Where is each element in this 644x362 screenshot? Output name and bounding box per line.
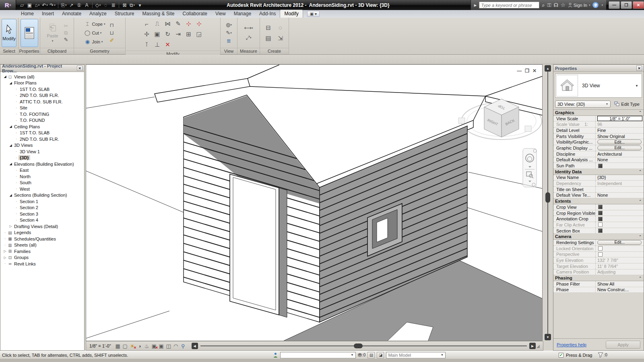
collapse-icon[interactable]: ⌃: [639, 276, 644, 280]
panel-label-properties[interactable]: Properties: [19, 48, 40, 54]
property-row-visibility-graphic[interactable]: Visibility/Graphic...Edit...: [553, 139, 644, 145]
property-row-view-name[interactable]: View Name{3D}: [553, 175, 644, 181]
tree-leaf-dash[interactable]: ·: [14, 119, 19, 122]
create-similar-icon[interactable]: ◌: [277, 25, 284, 31]
expand-icon[interactable]: ◢: [3, 75, 7, 78]
property-row-perspective[interactable]: Perspective: [553, 252, 644, 258]
property-row-far-clip-active[interactable]: Far Clip Active: [553, 222, 644, 228]
horizontal-scroll-thumb[interactable]: [354, 343, 363, 348]
tab-modify[interactable]: Modify: [280, 10, 303, 18]
tree-leaf-dash[interactable]: ·: [14, 137, 19, 141]
pin-icon[interactable]: ⊺: [143, 41, 150, 48]
shadows-icon[interactable]: ◑: [136, 342, 143, 350]
tree-item-section-1[interactable]: ·Section 1: [0, 198, 84, 205]
close-icon[interactable]: ✕: [77, 66, 83, 71]
property-value[interactable]: Fine: [595, 128, 644, 133]
tree-leaf-dash[interactable]: ·: [3, 262, 7, 265]
view-scale-control[interactable]: 1/8" = 1'-0": [88, 343, 114, 348]
temporary-hide-icon[interactable]: ◫: [165, 342, 172, 350]
collapse-icon[interactable]: ⌃: [639, 200, 644, 203]
property-row-discipline[interactable]: DisciplineArchitectural: [553, 151, 644, 157]
property-value[interactable]: [595, 222, 644, 228]
panel-label-geometry[interactable]: Geometry: [74, 48, 125, 54]
view-minimize-icon[interactable]: —: [517, 68, 522, 74]
tab-structure[interactable]: Structure: [111, 10, 138, 18]
section-icon[interactable]: ◌: [102, 2, 109, 9]
section-header-graphics[interactable]: Graphics⌃: [553, 110, 644, 116]
sun-path-icon[interactable]: ☀✕: [129, 342, 136, 350]
tree-item-revit-links[interactable]: ·∞Revit Links: [0, 261, 84, 267]
property-row-eye-elevation[interactable]: Eye Elevation132' 7 7/8": [553, 257, 644, 263]
crop-region-icon[interactable]: ▣: [158, 342, 165, 350]
tree-leaf-dash[interactable]: ·: [14, 106, 19, 110]
cut-geometry-button[interactable]: ◯ Cut▾: [84, 29, 105, 37]
tree-item-east[interactable]: ·East: [0, 167, 84, 174]
tree-leaf-dash[interactable]: ·: [14, 100, 19, 103]
project-browser-title[interactable]: AndersonSiding.rvt - Project Brow... ✕: [0, 65, 84, 72]
measure-icon[interactable]: ↗: [68, 2, 75, 9]
override-graphics-icon[interactable]: ◍▾: [225, 22, 232, 28]
split-gap-icon[interactable]: ⊹: [196, 21, 202, 27]
expand-icon[interactable]: ▷: [8, 224, 13, 228]
crop-view-icon[interactable]: ▣✕: [151, 342, 158, 350]
tree-item-site[interactable]: ·Site: [0, 105, 84, 111]
exclude-options-icon[interactable]: ◪: [377, 352, 384, 358]
expand-icon[interactable]: ▷: [3, 256, 7, 259]
edit-type-button[interactable]: Edit Type: [612, 100, 642, 108]
property-value[interactable]: Show All: [595, 281, 644, 287]
property-row-parts-visibility[interactable]: Parts VisibilityShow Original: [553, 134, 644, 140]
property-value[interactable]: Adjusting: [595, 269, 644, 275]
match-type-icon[interactable]: ✎: [63, 37, 70, 43]
worksets-combo[interactable]: ▼: [280, 352, 356, 358]
selection-filter-icon[interactable]: :0: [598, 352, 607, 358]
expand-icon[interactable]: ▷: [3, 249, 7, 253]
property-row-graphic-display[interactable]: Graphic Display ...Edit...: [553, 145, 644, 151]
tree-leaf-dash[interactable]: ·: [14, 169, 19, 172]
cope-button[interactable]: ⌶ Cope▾: [84, 20, 105, 28]
property-row-camera-position[interactable]: Camera PositionAdjusting: [553, 269, 644, 276]
checkbox-checked[interactable]: [598, 228, 603, 233]
property-value[interactable]: 96: [595, 121, 644, 127]
property-value[interactable]: Architectural: [595, 151, 644, 157]
horizontal-scrollbar[interactable]: [200, 346, 527, 346]
tree-item-t-o-found[interactable]: ·T.O. FOUND: [0, 117, 84, 124]
detail-level-icon[interactable]: ▦: [114, 342, 122, 350]
sign-in-button[interactable]: Sign In ▾: [568, 3, 590, 8]
expand-icon[interactable]: ◢: [8, 81, 13, 85]
tree-leaf-dash[interactable]: ·: [14, 206, 19, 210]
property-row-annotation-crop[interactable]: Annotation Crop: [553, 216, 644, 222]
property-row-target-elevation[interactable]: Target Elevation11' 8 7/64": [553, 263, 644, 269]
properties-help-link[interactable]: Properties help: [557, 342, 586, 347]
value-edit-field[interactable]: 1/8" = 1'-0": [597, 116, 642, 121]
expand-icon[interactable]: ◢: [8, 193, 13, 197]
tree-item-floor-plans[interactable]: ◢Floor Plans: [0, 80, 84, 86]
property-value[interactable]: None: [595, 157, 644, 163]
tree-item-families[interactable]: ▷⊞Families: [0, 248, 84, 255]
view-close-icon[interactable]: ✕: [533, 68, 537, 74]
tab-analyze[interactable]: Analyze: [85, 10, 111, 18]
panel-label-measure[interactable]: Measure: [237, 48, 260, 54]
search-input[interactable]: [479, 2, 539, 8]
tab-view[interactable]: View: [211, 10, 230, 18]
tree-leaf-dash[interactable]: ·: [14, 212, 19, 216]
worksharing-display-icon[interactable]: ⚲: [180, 342, 187, 350]
switch-windows-icon[interactable]: ⧉▾: [129, 2, 136, 9]
property-value[interactable]: Edit...: [595, 139, 644, 145]
apply-button[interactable]: Apply: [606, 341, 640, 349]
tag-icon[interactable]: ①: [76, 2, 83, 9]
tree-item-drafting-views-detail[interactable]: ▷Drafting Views (Detail): [0, 223, 84, 230]
rotate-icon[interactable]: ↻: [164, 31, 171, 37]
checkbox-checked[interactable]: [598, 211, 603, 215]
default-3d-view-icon[interactable]: ◇▾: [95, 2, 101, 9]
checkbox-unchecked[interactable]: [598, 222, 603, 227]
viewcube[interactable]: TOP RIGHT BACK: [484, 99, 519, 137]
split-icon[interactable]: ⊹: [185, 21, 192, 27]
mirror-draw-icon[interactable]: ✎: [175, 21, 182, 27]
tree-item-north[interactable]: ·North: [0, 173, 84, 180]
collapse-infocenter-icon[interactable]: ▸: [474, 2, 477, 8]
property-row-view-scale[interactable]: View Scale1/8" = 1'-0": [553, 116, 644, 122]
property-value[interactable]: 1/8" = 1'-0": [595, 116, 644, 121]
scroll-down-icon[interactable]: ▼: [545, 334, 551, 340]
tree-leaf-dash[interactable]: ·: [3, 237, 7, 241]
search-icon[interactable]: ⌕: [542, 2, 545, 8]
